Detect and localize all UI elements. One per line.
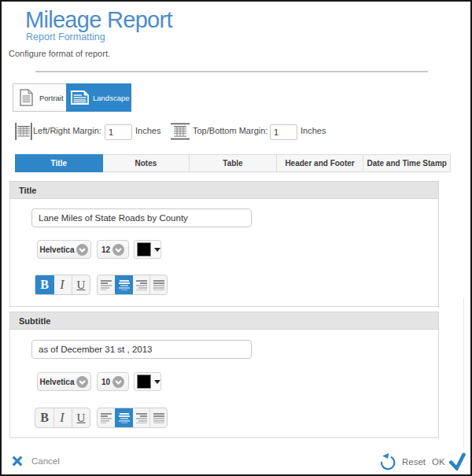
subtitle-text-input[interactable] bbox=[31, 340, 252, 359]
subtitle-align-group bbox=[97, 408, 168, 428]
subtitle-italic-button[interactable]: I bbox=[53, 408, 72, 427]
title-font-select[interactable]: Helvetica bbox=[37, 240, 91, 259]
bold-icon: B bbox=[40, 411, 49, 425]
left-right-margin-unit: Inches bbox=[135, 126, 160, 135]
align-right-icon bbox=[136, 413, 147, 423]
chevron-down-icon bbox=[112, 244, 124, 256]
header-divider bbox=[35, 71, 428, 72]
subtitle-font-row: Helvetica 10 bbox=[37, 372, 161, 391]
tab-date-and-time-stamp[interactable]: Date and Time Stamp bbox=[363, 154, 451, 172]
title-align-justify-button[interactable] bbox=[149, 275, 167, 294]
portrait-label: Portrait bbox=[39, 94, 64, 102]
chevron-down-icon bbox=[76, 376, 88, 388]
subtitle-panel: Subtitle Helvetica 10 bbox=[9, 312, 439, 438]
title-panel-heading: Title bbox=[19, 186, 36, 195]
chevron-down-icon bbox=[76, 244, 88, 256]
tab-header-and-footer[interactable]: Header and Footer bbox=[277, 154, 364, 172]
dropdown-arrow-icon bbox=[154, 248, 160, 252]
reset-label: Reset bbox=[402, 457, 426, 467]
scrollbar-track bbox=[463, 297, 464, 449]
title-color-swatch bbox=[137, 242, 151, 256]
title-align-left-button[interactable] bbox=[98, 275, 115, 294]
align-center-icon bbox=[119, 280, 130, 290]
subtitle-color-swatch bbox=[137, 375, 151, 389]
title-align-group bbox=[97, 275, 168, 295]
title-style-group: B I U bbox=[35, 275, 90, 295]
page-subtitle: Report Formatting bbox=[26, 31, 105, 42]
underline-icon: U bbox=[77, 411, 86, 425]
subtitle-format-row: B I U bbox=[35, 408, 168, 428]
left-right-margin-input[interactable] bbox=[105, 124, 132, 140]
ok-label: OK bbox=[432, 457, 445, 467]
title-italic-button[interactable]: I bbox=[53, 275, 72, 294]
ok-check-icon bbox=[448, 452, 466, 470]
title-format-row: B I U bbox=[35, 275, 168, 295]
title-panel-header: Title bbox=[10, 182, 438, 199]
title-panel: Title Helvetica 12 bbox=[9, 181, 439, 307]
left-right-margin-icon bbox=[15, 123, 32, 140]
subtitle-font-value: Helvetica bbox=[40, 378, 75, 386]
title-font-row: Helvetica 12 bbox=[37, 240, 161, 259]
cancel-label: Cancel bbox=[31, 456, 60, 466]
subtitle-align-justify-button[interactable] bbox=[149, 408, 167, 427]
italic-icon: I bbox=[60, 278, 65, 292]
italic-icon: I bbox=[60, 411, 65, 425]
top-bottom-margin-icon bbox=[171, 123, 190, 140]
title-font-value: Helvetica bbox=[40, 245, 75, 254]
top-bottom-margin-input[interactable] bbox=[270, 124, 297, 140]
tab-notes[interactable]: Notes bbox=[103, 154, 190, 172]
portrait-page-icon bbox=[20, 89, 33, 106]
align-center-icon bbox=[119, 413, 130, 423]
dropdown-arrow-icon bbox=[154, 380, 160, 384]
landscape-label: Landscape bbox=[93, 94, 129, 102]
subtitle-font-select[interactable]: Helvetica bbox=[37, 372, 91, 391]
align-left-icon bbox=[101, 280, 112, 290]
title-color-select[interactable] bbox=[134, 240, 161, 259]
format-tabs: Title Notes Table Header and Footer Date… bbox=[15, 154, 451, 172]
align-right-icon bbox=[136, 280, 147, 290]
portrait-button[interactable]: Portrait bbox=[13, 83, 66, 112]
bold-icon: B bbox=[40, 278, 49, 292]
subtitle-color-select[interactable] bbox=[134, 372, 161, 391]
subtitle-align-right-button[interactable] bbox=[132, 408, 149, 427]
subtitle-size-value: 10 bbox=[101, 378, 110, 386]
cancel-x-icon bbox=[12, 456, 23, 467]
subtitle-style-group: B I U bbox=[35, 408, 90, 428]
reset-button[interactable]: Reset bbox=[379, 452, 426, 471]
align-justify-icon bbox=[153, 413, 164, 423]
tab-title[interactable]: Title bbox=[15, 154, 103, 172]
ok-button[interactable]: OK bbox=[432, 452, 466, 470]
subtitle-panel-header: Subtitle bbox=[10, 312, 438, 330]
reset-icon bbox=[379, 452, 396, 471]
page-title: Mileage Report bbox=[25, 7, 172, 33]
subtitle-align-center-button[interactable] bbox=[115, 408, 132, 427]
page-description: Configure format of report. bbox=[9, 49, 110, 58]
title-size-select[interactable]: 12 bbox=[97, 240, 129, 259]
chevron-down-icon bbox=[112, 376, 124, 388]
title-align-right-button[interactable] bbox=[132, 275, 149, 294]
subtitle-align-left-button[interactable] bbox=[98, 408, 115, 427]
top-bottom-margin-unit: Inches bbox=[301, 126, 326, 135]
tab-table[interactable]: Table bbox=[190, 154, 277, 172]
subtitle-bold-button[interactable]: B bbox=[35, 408, 53, 427]
title-underline-button[interactable]: U bbox=[72, 275, 90, 294]
underline-icon: U bbox=[77, 279, 86, 292]
report-format-dialog: Mileage Report Report Formatting Configu… bbox=[0, 0, 472, 476]
cancel-button[interactable]: Cancel bbox=[12, 456, 60, 467]
title-bold-button[interactable]: B bbox=[35, 275, 53, 294]
title-size-value: 12 bbox=[101, 245, 110, 254]
landscape-page-icon bbox=[71, 90, 89, 105]
landscape-button[interactable]: Landscape bbox=[66, 83, 131, 112]
title-align-center-button[interactable] bbox=[115, 275, 132, 294]
title-text-input[interactable] bbox=[31, 208, 252, 227]
left-right-margin-label: Left/Right Margin: bbox=[33, 126, 101, 135]
top-bottom-margin-label: Top/Bottom Margin: bbox=[193, 126, 267, 135]
align-left-icon bbox=[101, 413, 112, 423]
subtitle-panel-heading: Subtitle bbox=[19, 316, 50, 326]
subtitle-underline-button[interactable]: U bbox=[72, 408, 90, 427]
subtitle-size-select[interactable]: 10 bbox=[97, 372, 129, 391]
align-justify-icon bbox=[153, 280, 164, 290]
orientation-toggle: Portrait Landscape bbox=[13, 83, 131, 112]
